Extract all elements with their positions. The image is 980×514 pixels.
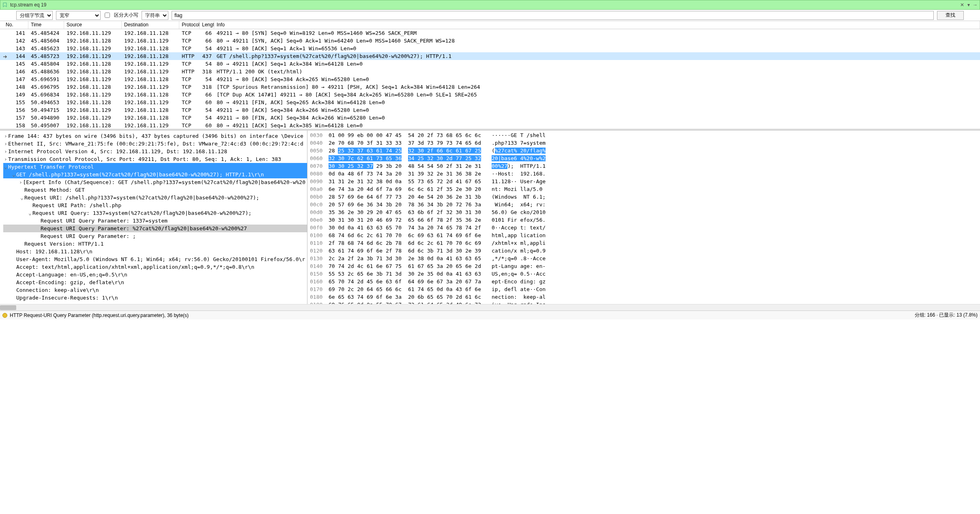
filter-dropdown-icon[interactable]: ▾ xyxy=(966,2,971,8)
packet-row[interactable]: 14545.485804192.168.11.128192.168.11.129… xyxy=(0,60,980,68)
packet-row[interactable]: 14745.696591192.168.11.129192.168.11.128… xyxy=(0,75,980,83)
packet-row[interactable]: 15550.494653192.168.11.128192.168.11.129… xyxy=(0,99,980,106)
tree-row[interactable]: Accept-Language: en-US,en;q=0.5\r\n xyxy=(3,271,307,278)
expert-info-icon[interactable] xyxy=(2,313,7,318)
hex-row[interactable]: 015055 53 2c 65 6e 3b 71 3d30 2e 35 0d 0… xyxy=(310,271,978,278)
clear-filter-icon[interactable]: ✕ xyxy=(959,2,965,8)
apply-filter-icon[interactable]: → xyxy=(972,2,978,8)
packet-row[interactable]: 15850.495007192.168.11.128192.168.11.129… xyxy=(0,122,980,129)
hex-row[interactable]: 01102f 78 68 74 6d 6c 2b 786d 6c 2c 61 7… xyxy=(310,240,978,248)
tree-row[interactable]: ⌄Request URI: /shell.php?1337=system(%27… xyxy=(3,194,307,201)
expand-toggle-icon[interactable]: › xyxy=(3,156,8,162)
hex-row[interactable]: 00b028 57 69 6e 64 6f 77 7320 4e 54 20 3… xyxy=(310,194,978,201)
packet-row[interactable]: 14445.485723192.168.11.129192.168.11.128… xyxy=(0,52,980,60)
hex-row[interactable]: 010068 74 6d 6c 2c 61 70 706c 69 63 61 7… xyxy=(310,232,978,240)
tree-row[interactable]: Request URI Query Parameter: 1337=system xyxy=(3,217,307,225)
charset-select[interactable]: 宽窄 xyxy=(56,11,101,20)
tree-row[interactable]: User-Agent: Mozilla/5.0 (Windows NT 6.1;… xyxy=(3,255,307,263)
col-protocol[interactable]: Protocol xyxy=(179,21,200,29)
hex-row[interactable]: 007030 30 25 32 37 29 3b 2048 54 54 50 2… xyxy=(310,163,978,171)
status-right: 分组: 166 · 已显示: 13 (7.8%) xyxy=(915,312,978,319)
tree-row[interactable]: Request Version: HTTP/1.1 xyxy=(3,240,307,248)
hex-row[interactable]: 016065 70 74 2d 45 6e 63 6f64 69 6e 67 3… xyxy=(310,278,978,286)
search-in-select[interactable]: 分组字节流 xyxy=(16,11,53,20)
tree-row[interactable]: ›Frame 144: 437 bytes on wire (3496 bits… xyxy=(3,132,307,140)
hex-row[interactable]: 003001 00 99 eb 00 00 47 4554 20 2f 73 6… xyxy=(310,132,978,140)
expand-toggle-icon[interactable]: › xyxy=(18,179,23,185)
bookmark-icon[interactable] xyxy=(2,2,8,8)
col-no[interactable]: No. xyxy=(3,21,28,29)
search-type-select[interactable]: 字符串 xyxy=(142,11,168,20)
hex-row[interactable]: 012063 61 74 69 6f 6e 2f 786d 6c 3b 71 3… xyxy=(310,248,978,255)
packet-row[interactable]: 15750.494890192.168.11.129192.168.11.128… xyxy=(0,114,980,122)
packet-details[interactable]: ›Frame 144: 437 bytes on wire (3496 bits… xyxy=(0,131,307,304)
bottom-panes: ›Frame 144: 437 bytes on wire (3496 bits… xyxy=(0,131,980,304)
hex-row[interactable]: 00800d 0a 48 6f 73 74 3a 2031 39 32 2e 3… xyxy=(310,171,978,178)
packet-row[interactable]: 14345.485623192.168.11.129192.168.11.128… xyxy=(0,45,980,52)
packet-bytes[interactable]: 003001 00 99 eb 00 00 47 4554 20 2f 73 6… xyxy=(307,131,980,304)
tree-row[interactable]: ⌄Request URI Query: 1337=system(%27cat%2… xyxy=(3,209,307,217)
col-length[interactable]: Length xyxy=(200,21,214,29)
packet-row[interactable]: 15650.494715192.168.11.129192.168.11.128… xyxy=(0,106,980,114)
col-destination[interactable]: Destination xyxy=(122,21,179,29)
tree-row[interactable]: Accept: text/html,application/xhtml+xml,… xyxy=(3,263,307,271)
case-sensitive-checkbox[interactable] xyxy=(105,13,110,18)
tree-row[interactable]: Request Method: GET xyxy=(3,186,307,194)
tree-row[interactable]: Connection: keep-alive\r\n xyxy=(3,286,307,294)
tree-row[interactable]: Upgrade-Insecure-Requests: 1\r\n xyxy=(3,294,307,302)
col-info[interactable]: Info xyxy=(214,21,980,29)
tree-row[interactable]: Accept-Encoding: gzip, deflate\r\n xyxy=(3,278,307,286)
status-bar: HTTP Request-URI Query Parameter (http.r… xyxy=(0,311,980,319)
find-toolbar: 分组字节流 宽窄 区分大小写 字符串 查找 xyxy=(0,10,980,21)
expand-toggle-icon[interactable]: › xyxy=(3,133,8,139)
tree-row[interactable]: ⌄GET /shell.php?1337=system(%27cat%20/fl… xyxy=(3,171,307,178)
packet-row[interactable]: 14245.485604192.168.11.128192.168.11.129… xyxy=(0,37,980,45)
packet-row[interactable]: 14845.696795192.168.11.128192.168.11.129… xyxy=(0,83,980,91)
tree-row[interactable]: Request URI Path: /shell.php xyxy=(3,201,307,209)
col-source[interactable]: Source xyxy=(64,21,122,29)
hex-row[interactable]: 009031 31 2e 31 32 38 0d 0a55 73 65 72 2… xyxy=(310,178,978,186)
expand-toggle-icon[interactable]: ⌄ xyxy=(3,164,8,170)
tree-row[interactable]: Host: 192.168.11.128\r\n xyxy=(3,248,307,255)
display-filter-bar[interactable]: tcp.stream eq 19 ✕ ▾ → xyxy=(0,0,980,10)
packet-list-header: No. Time Source Destination Protocol Len… xyxy=(0,21,980,29)
tree-row[interactable]: Request URI Query Parameter: ; xyxy=(3,232,307,240)
tree-row[interactable]: Request URI Query Parameter: %27cat%20/f… xyxy=(3,225,307,232)
tree-row[interactable]: ›Transmission Control Protocol, Src Port… xyxy=(3,155,307,163)
display-filter-text[interactable]: tcp.stream eq 19 xyxy=(10,2,957,8)
hex-row[interactable]: 005028 25 32 37 63 61 74 2532 30 2f 66 6… xyxy=(310,148,978,155)
hex-row[interactable]: 00a06e 74 3a 20 4d 6f 7a 696c 6c 61 2f 3… xyxy=(310,186,978,194)
packet-row[interactable]: 14945.696834192.168.11.129192.168.11.128… xyxy=(0,91,980,99)
hex-row[interactable]: 01806e 65 63 74 69 6f 6e 3a20 6b 65 65 7… xyxy=(310,294,978,302)
hex-row[interactable]: 017069 70 2c 20 64 65 66 6c61 74 65 0d 0… xyxy=(310,286,978,294)
expand-toggle-icon[interactable]: ⌄ xyxy=(28,210,32,216)
expand-toggle-icon[interactable]: › xyxy=(3,148,8,154)
tree-row[interactable]: ›Ethernet II, Src: VMware_21:75:fe (00:0… xyxy=(3,140,307,148)
case-sensitive-label: 区分大小写 xyxy=(114,12,138,19)
status-left: HTTP Request-URI Query Parameter (http.r… xyxy=(10,313,915,318)
hex-row[interactable]: 00402e 70 68 70 3f 31 33 3337 3d 73 79 7… xyxy=(310,140,978,148)
hex-row[interactable]: 00f030 0d 0a 41 63 63 65 7074 3a 20 74 6… xyxy=(310,225,978,232)
packet-row[interactable]: 14645.488636192.168.11.128192.168.11.129… xyxy=(0,68,980,75)
expand-toggle-icon[interactable]: › xyxy=(3,141,8,147)
details-scrollbar[interactable] xyxy=(0,304,980,311)
tree-row[interactable]: ⌄Hypertext Transfer Protocol xyxy=(3,163,307,171)
hex-row[interactable]: 00d035 36 2e 30 29 20 47 6563 6b 6f 2f 3… xyxy=(310,209,978,217)
tree-row[interactable]: ›[Expert Info (Chat/Sequence): GET /shel… xyxy=(3,178,307,186)
hex-row[interactable]: 014070 74 2d 4c 61 6e 67 7561 67 65 3a 2… xyxy=(310,263,978,271)
packet-list[interactable]: 14145.485424192.168.11.129192.168.11.128… xyxy=(0,29,980,129)
find-button[interactable]: 查找 xyxy=(937,11,964,20)
tree-row[interactable]: ›Internet Protocol Version 4, Src: 192.1… xyxy=(3,148,307,155)
expand-toggle-icon[interactable]: ⌄ xyxy=(19,195,24,201)
search-input[interactable] xyxy=(172,11,934,20)
hex-row[interactable]: 006032 30 7c 62 61 73 65 3634 25 32 30 2… xyxy=(310,155,978,163)
hex-row[interactable]: 00e030 31 30 31 20 46 69 7265 66 6f 78 2… xyxy=(310,217,978,225)
hex-row[interactable]: 01302c 2a 2f 2a 3b 71 3d 302e 38 0d 0a 4… xyxy=(310,255,978,263)
expand-toggle-icon[interactable]: ⌄ xyxy=(11,171,16,178)
col-time[interactable]: Time xyxy=(28,21,64,29)
hex-row[interactable]: 00c020 57 69 6e 36 34 3b 2078 36 34 3b 2… xyxy=(310,201,978,209)
packet-row[interactable]: 14145.485424192.168.11.129192.168.11.128… xyxy=(0,29,980,37)
